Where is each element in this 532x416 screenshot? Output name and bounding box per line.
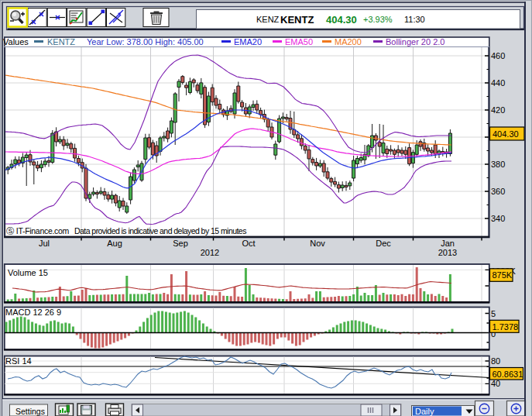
svg-text:380: 380 <box>491 160 505 169</box>
svg-text:Volume 15: Volume 15 <box>8 268 48 277</box>
svg-text:Year Low: 378.00 High: 405.00: Year Low: 378.00 High: 405.00 <box>87 37 204 46</box>
svg-text:Oct: Oct <box>242 239 255 248</box>
svg-text:Jul: Jul <box>39 239 50 248</box>
svg-text:11:30: 11:30 <box>404 15 425 24</box>
svg-text:EMA50: EMA50 <box>285 37 313 46</box>
svg-text:Nov: Nov <box>310 239 325 248</box>
svg-text:Data provided is indicative an: Data provided is indicative and delayed … <box>74 226 246 236</box>
svg-text:Sep: Sep <box>173 239 188 248</box>
svg-text:360: 360 <box>491 187 505 196</box>
svg-text:KENZ: KENZ <box>256 15 280 24</box>
svg-text:RSI 14: RSI 14 <box>5 356 32 366</box>
svg-text:Values: Values <box>3 37 29 46</box>
svg-text:1.7378: 1.7378 <box>493 322 519 332</box>
svg-text:Dec: Dec <box>376 239 391 248</box>
svg-text:404.30: 404.30 <box>493 129 519 139</box>
svg-text:Ⓢ IT-Finance.com: Ⓢ IT-Finance.com <box>6 226 70 236</box>
svg-text:2013: 2013 <box>438 248 457 257</box>
svg-text:420: 420 <box>491 105 505 115</box>
svg-text:Aug: Aug <box>107 239 122 248</box>
svg-text:340: 340 <box>491 214 505 223</box>
svg-text:40: 40 <box>491 379 500 388</box>
svg-text:404.30: 404.30 <box>326 14 357 26</box>
svg-text:KENTZ: KENTZ <box>280 14 314 26</box>
svg-text:2012: 2012 <box>201 248 219 257</box>
svg-text:875K: 875K <box>493 270 513 280</box>
svg-text:MA200: MA200 <box>335 37 362 46</box>
svg-text:MACD 12 26 9: MACD 12 26 9 <box>5 308 61 317</box>
svg-text:460: 460 <box>491 51 505 60</box>
svg-text:KENTZ: KENTZ <box>47 37 75 46</box>
svg-text:60.8631: 60.8631 <box>493 370 523 379</box>
svg-text:+3.93%: +3.93% <box>363 15 393 24</box>
svg-text:5: 5 <box>491 309 496 318</box>
svg-text:440: 440 <box>491 78 505 88</box>
svg-text:Jan: Jan <box>441 239 455 248</box>
svg-text:Daily: Daily <box>415 407 434 416</box>
svg-text:Settings: Settings <box>15 407 45 416</box>
svg-text:80: 80 <box>491 356 500 366</box>
svg-text:EMA20: EMA20 <box>234 37 262 46</box>
svg-text:Bollinger 20 2.0: Bollinger 20 2.0 <box>386 37 444 46</box>
